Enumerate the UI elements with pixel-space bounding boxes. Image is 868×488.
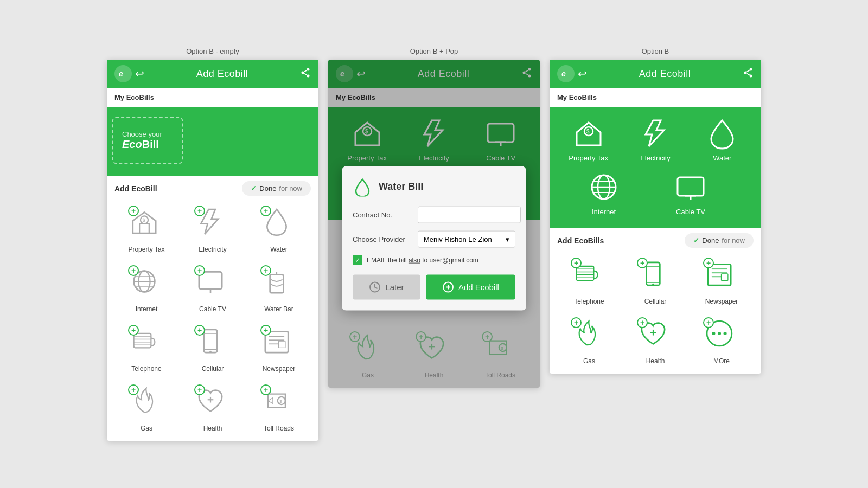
later-button[interactable]: Later (353, 274, 420, 299)
plus-badge-toll: + (260, 384, 271, 395)
plus-badge-waterbar: + (260, 265, 271, 276)
bill3-cellular[interactable]: + Cellular (623, 254, 687, 309)
provider-value: Meniv Rishon Le Zion (424, 235, 492, 243)
mybills-bar-3: My EcoBills (550, 88, 761, 107)
add-section-title-3: Add EcoBills (557, 236, 604, 245)
bill-label-water: Water (270, 246, 288, 253)
svg-line-65 (747, 70, 750, 72)
plus-badge-elec: + (194, 206, 205, 216)
checkmark-1: ✓ (251, 184, 257, 192)
bill-item-telephone[interactable]: + Telephone (114, 322, 178, 376)
bill-item-cabletv[interactable]: + Cable TV (181, 262, 245, 316)
svg-rect-77 (577, 266, 594, 280)
header-title-1: Add Ecobill (144, 68, 300, 80)
back-button-3[interactable]: ↩ (578, 67, 587, 80)
plus-badge: + (128, 206, 139, 216)
green3-water[interactable]: Water (695, 117, 749, 162)
svg-text:$: $ (279, 399, 282, 404)
screen-option-b: Option B e ↩ Add Ecobill My EcoBills (550, 47, 761, 374)
bill-label-cellular: Cellular (202, 365, 224, 373)
choose-text: Choose your (122, 130, 173, 138)
bill-item-cellular[interactable]: + Cellular (181, 322, 245, 376)
screen-option-b-pop: Option B + Pop e ↩ Add Ecobill My EcoBil… (328, 47, 540, 388)
add-section-1: Add EcoBill ✓ Done for now + $ Prope (107, 176, 318, 441)
plus-badge-newspaper: + (260, 325, 271, 336)
provider-label: Choose Provider (353, 235, 412, 243)
bill-label-waterbar: Water Bar (264, 305, 293, 313)
green-area-3: $ Property Tax Electricity (550, 107, 761, 228)
email-label: EMAIL the bill also to user@gmail.com (367, 256, 478, 264)
app-header-3: e ↩ Add Ecobill (550, 60, 761, 88)
bill-label-newspaper: Newspaper (263, 365, 296, 373)
green3-electricity[interactable]: Electricity (628, 117, 682, 162)
bill-label-health: Health (203, 425, 222, 432)
green3-property-tax[interactable]: $ Property Tax (561, 117, 616, 162)
bill-item-property-tax[interactable]: + $ Property Tax (114, 202, 178, 256)
bill3-newspaper[interactable]: + Newspaper (690, 254, 754, 309)
svg-point-95 (718, 332, 721, 335)
add-section-3: Add EcoBills ✓ Done for now + (550, 228, 761, 374)
bill-item-water[interactable]: + Water (247, 202, 311, 256)
done-label-3: Done (702, 236, 719, 245)
bill-item-newspaper[interactable]: + Newspaper (247, 322, 311, 376)
provider-select[interactable]: Meniv Rishon Le Zion ▾ (418, 230, 515, 247)
svg-point-3 (307, 74, 310, 77)
bill-label-gas: Gas (141, 425, 152, 432)
svg-point-62 (750, 68, 752, 70)
share-button-3[interactable] (743, 67, 754, 81)
contract-input[interactable] (418, 206, 521, 223)
svg-line-4 (304, 70, 308, 72)
plus-badge-gas: + (128, 384, 139, 395)
bills-grid-3: + Telephone (557, 254, 754, 368)
svg-point-27 (209, 351, 212, 353)
bill3-more[interactable]: + MOre (690, 314, 754, 368)
bill3-telephone[interactable]: + Telephone (557, 254, 621, 309)
later-label: Later (385, 282, 404, 292)
contract-row: Contract No. (353, 206, 515, 223)
add-ecobill-button[interactable]: Add Ecobill (426, 274, 515, 299)
green3-cabletv[interactable]: Cable TV (663, 171, 718, 216)
svg-point-94 (712, 332, 715, 335)
done-button-3[interactable]: ✓ Done for now (685, 233, 754, 248)
bill-item-gas[interactable]: + Gas (114, 381, 178, 435)
bill-label-property-tax: Property Tax (128, 246, 164, 253)
bills-grid-1: + $ Property Tax + Electricit (114, 202, 311, 435)
svg-rect-74 (678, 177, 704, 196)
mybills-bar-1: My EcoBills (107, 88, 318, 107)
plus-badge-water: + (260, 206, 271, 216)
svg-rect-32 (279, 341, 285, 348)
svg-point-63 (744, 71, 747, 74)
choose-ecobill-box[interactable]: Choose your EcoBill (112, 117, 183, 164)
bill-item-waterbar[interactable]: + Water Bar (247, 262, 311, 316)
share-button-1[interactable] (300, 67, 311, 81)
logo-3: e (557, 65, 575, 82)
svg-text:$: $ (586, 129, 590, 134)
svg-point-2 (302, 71, 304, 74)
bill-item-toll[interactable]: + $ Toll Roads (247, 381, 311, 435)
app-header-1: e ↩ Add Ecobill (107, 60, 318, 88)
bill-item-electricity[interactable]: + Electricity (181, 202, 245, 256)
bill-item-internet[interactable]: + Internet (114, 262, 178, 316)
screen-label-1: Option B - empty (186, 47, 239, 55)
header-title-3: Add Ecobill (587, 68, 743, 80)
bill-label-cabletv: Cable TV (199, 305, 226, 313)
water-bill-popup: Water Bill Contract No. Choose Provider … (342, 166, 526, 310)
plus-badge-internet: + (128, 265, 139, 276)
plus-badge-cabletv: + (194, 265, 205, 276)
bill-label-internet: Internet (136, 305, 158, 313)
done-label-1: Done (259, 184, 276, 192)
plus-badge-health: + (194, 384, 205, 395)
bill3-health[interactable]: + Health (623, 314, 687, 368)
dropdown-arrow-icon: ▾ (506, 235, 509, 243)
bill-item-health[interactable]: + Health (181, 381, 245, 435)
green3-internet[interactable]: Internet (577, 171, 631, 216)
logo-1: e (114, 65, 132, 82)
bill-label-electricity: Electricity (199, 246, 226, 253)
email-checkbox[interactable]: ✓ (353, 255, 362, 265)
back-button-1[interactable]: ↩ (135, 67, 144, 80)
email-row[interactable]: ✓ EMAIL the bill also to user@gmail.com (353, 255, 515, 265)
svg-text:e: e (119, 69, 123, 78)
done-button-1[interactable]: ✓ Done for now (242, 181, 311, 196)
bill3-gas[interactable]: + Gas (557, 314, 621, 368)
svg-line-66 (747, 73, 750, 75)
